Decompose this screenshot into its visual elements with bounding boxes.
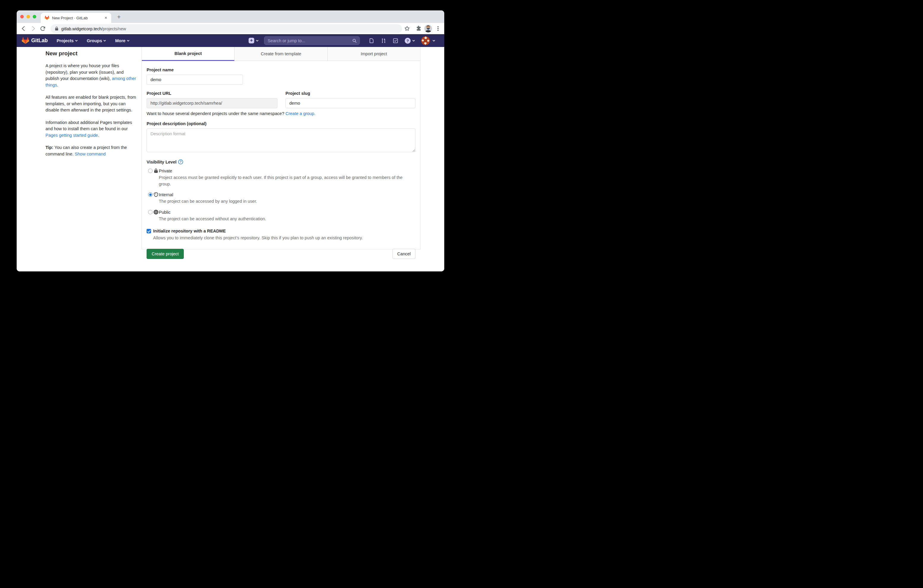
svg-text:?: ? [406, 38, 409, 43]
readme-label: Initialize repository with a README [153, 228, 226, 233]
search-icon [352, 38, 357, 43]
gitlab-brand[interactable]: GitLab [31, 38, 48, 44]
extensions-puzzle-icon[interactable] [415, 25, 422, 32]
blank-project-form: Project name Project URL Project slug Wa… [142, 61, 420, 259]
project-url-input[interactable] [146, 98, 278, 108]
namespace-hint-text: Want to house several dependent projects… [146, 111, 286, 116]
chevron-down-icon [412, 39, 415, 42]
chevron-down-icon [256, 39, 259, 42]
chevron-down-icon [103, 39, 106, 42]
visibility-option-desc: The project can be accessed by any logge… [159, 198, 416, 205]
new-tab-button[interactable]: + [115, 13, 123, 21]
issues-icon[interactable] [369, 38, 374, 44]
project-name-label: Project name [146, 67, 416, 72]
visibility-level-header: Visibility Level ? [146, 159, 416, 164]
gitlab-navbar: GitLab Projects Groups More + [16, 34, 444, 47]
nav-menu-groups-label: Groups [87, 38, 102, 43]
navbar-right-cluster: + [249, 36, 435, 45]
nav-menu-projects[interactable]: Projects [56, 38, 77, 43]
p3-period: . [98, 133, 99, 138]
nav-menu-projects-label: Projects [56, 38, 74, 43]
visibility-level-label: Visibility Level [146, 159, 176, 164]
browser-window: New Project · GitLab ✕ + gitlab.widgetco… [16, 10, 444, 271]
forward-icon[interactable] [30, 25, 37, 32]
plus-square-icon: + [249, 38, 254, 43]
readme-desc: Allows you to immediately clone this pro… [153, 235, 416, 240]
gitlab-logo-icon[interactable] [22, 37, 29, 44]
url-path: /projects/new [102, 26, 126, 31]
address-bar[interactable]: gitlab.widgetcorp.tech/projects/new [51, 25, 402, 33]
browser-tab-strip: New Project · GitLab ✕ + [16, 10, 444, 23]
shield-internal-icon [153, 192, 158, 197]
nav-menu-more[interactable]: More [115, 38, 130, 43]
tab-close-icon[interactable]: ✕ [103, 15, 108, 20]
tab-title: New Project · GitLab [52, 16, 103, 20]
reload-icon[interactable] [39, 25, 46, 32]
project-description-textarea[interactable] [146, 128, 416, 152]
lock-private-icon [153, 168, 158, 173]
chevron-down-icon [126, 39, 130, 42]
namespace-hint: Want to house several dependent projects… [146, 111, 416, 116]
visibility-option-name: Private [159, 169, 172, 173]
window-minimize-button[interactable] [26, 15, 30, 18]
visibility-option-name: Internal [159, 192, 173, 197]
tab-create-from-template[interactable]: Create from template [234, 47, 327, 61]
new-project-sidebar: New project A project is where you house… [46, 50, 137, 157]
sidebar-paragraph-1: A project is where you house your files … [46, 63, 137, 88]
tab-import-project[interactable]: Import project [327, 47, 420, 61]
browser-tab[interactable]: New Project · GitLab ✕ [41, 13, 111, 23]
p1-period: . [57, 83, 58, 87]
readme-checkbox[interactable] [146, 229, 151, 233]
nav-menu-more-label: More [115, 38, 125, 43]
project-slug-input[interactable] [286, 98, 416, 108]
radio-public[interactable] [148, 210, 153, 214]
browser-profile-avatar[interactable] [424, 25, 432, 33]
globe-public-icon [153, 210, 158, 215]
window-close-button[interactable] [20, 15, 24, 18]
help-question-icon[interactable]: ? [178, 159, 183, 164]
visibility-option-desc: The project can be accessed without any … [159, 216, 416, 222]
lock-icon [55, 26, 59, 31]
project-type-tabs: Blank project Create from template Impor… [142, 47, 420, 61]
project-url-label: Project URL [146, 91, 278, 96]
todo-icon[interactable] [393, 38, 399, 44]
radio-private[interactable] [148, 169, 153, 173]
create-project-button[interactable]: Create project [146, 249, 184, 259]
merge-request-icon[interactable] [381, 38, 387, 44]
cancel-button[interactable]: Cancel [393, 249, 416, 259]
form-actions: Create project Cancel [146, 249, 416, 259]
pages-guide-link[interactable]: Pages getting started guide [46, 133, 98, 138]
nav-menu-groups[interactable]: Groups [87, 38, 107, 43]
back-icon[interactable] [20, 25, 27, 32]
search-input[interactable] [264, 38, 352, 43]
page-title: New project [46, 50, 137, 57]
help-menu-button[interactable]: ? [404, 38, 415, 44]
bookmark-star-icon[interactable] [404, 25, 411, 32]
project-slug-label: Project slug [286, 91, 416, 96]
project-name-input[interactable] [146, 75, 243, 85]
browser-toolbar: gitlab.widgetcorp.tech/projects/new [16, 23, 444, 34]
show-command-link[interactable]: Show command [75, 152, 105, 156]
sidebar-tip: Tip: You can also create a project from … [46, 145, 137, 157]
visibility-option-internal: Internal The project can be accessed by … [146, 192, 416, 205]
browser-menu-icon[interactable] [437, 28, 439, 29]
new-project-panel: Blank project Create from template Impor… [141, 47, 420, 250]
tab-blank-project[interactable]: Blank project [142, 47, 234, 61]
user-avatar[interactable] [421, 36, 430, 45]
project-description-label: Project description (optional) [146, 121, 416, 126]
visibility-option-public: Public The project can be accessed witho… [146, 210, 416, 222]
radio-internal[interactable] [148, 192, 153, 197]
p3-text: Information about additional Pages templ… [46, 120, 132, 131]
new-menu-button[interactable]: + [249, 38, 259, 43]
svg-text:?: ? [180, 160, 182, 164]
create-group-link[interactable]: Create a group. [286, 111, 315, 116]
visibility-option-private: Private Project access must be granted e… [146, 168, 416, 187]
window-zoom-button[interactable] [33, 15, 36, 18]
global-search[interactable] [264, 36, 360, 45]
readme-option: Initialize repository with a README Allo… [146, 228, 416, 240]
visibility-option-name: Public [159, 210, 171, 215]
sidebar-paragraph-3: Information about additional Pages templ… [46, 120, 137, 139]
sidebar-paragraph-2: All features are enabled for blank proje… [46, 94, 137, 113]
tip-label: Tip: [46, 145, 53, 150]
visibility-options: Private Project access must be granted e… [146, 168, 416, 222]
